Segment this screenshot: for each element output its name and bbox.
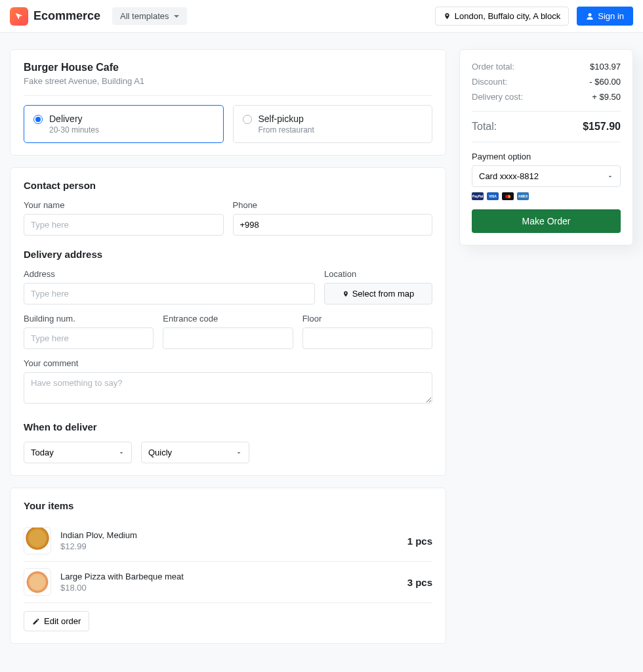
building-label: Building num.	[24, 314, 154, 324]
items-title: Your items	[24, 500, 432, 511]
signin-label: Sign in	[598, 11, 624, 21]
item-row: Large Pizza with Barbeque meat $18.00 3 …	[24, 562, 432, 603]
item-row: Indian Plov, Medium $12.99 1 pcs	[24, 520, 432, 562]
edit-order-button[interactable]: Edit order	[24, 611, 89, 631]
item-thumbnail	[24, 527, 51, 555]
radio-icon	[243, 115, 252, 124]
delivery-sublabel: 20-30 minutes	[49, 125, 99, 135]
floor-input[interactable]	[302, 327, 432, 349]
visa-icon: VISA	[487, 192, 499, 200]
item-thumbnail	[24, 568, 51, 596]
brand-link[interactable]: Ecommerce	[10, 7, 100, 26]
comment-textarea[interactable]	[24, 372, 432, 404]
payment-option-label: Payment option	[472, 152, 621, 161]
order-total-label: Order total:	[472, 62, 514, 72]
entrance-input[interactable]	[163, 327, 293, 349]
make-order-label: Make Order	[522, 216, 571, 226]
total-value: $157.90	[583, 121, 621, 133]
location-label: Location	[324, 269, 432, 279]
summary-card: Order total: $103.97 Discount: - $60.00 …	[459, 49, 633, 245]
pickup-sublabel: From restaurant	[259, 125, 314, 135]
vendor-card: Burger House Cafe Fake street Avenue, Bu…	[10, 49, 446, 156]
item-quantity: 3 pcs	[407, 577, 432, 588]
delivery-cost-label: Delivery cost:	[472, 92, 523, 102]
discount-value: - $60.00	[589, 77, 621, 87]
contact-delivery-card: Contact person Your name Phone Delivery …	[10, 167, 446, 476]
delivery-label: Delivery	[49, 114, 99, 124]
brand-name: Ecommerce	[33, 9, 100, 23]
paypal-icon: PayPal	[472, 192, 484, 200]
location-button[interactable]: London, Buffalo city, A block	[435, 7, 569, 26]
when-title: When to deliver	[24, 421, 432, 432]
name-input[interactable]	[24, 214, 224, 236]
when-time-select[interactable]: Quicly	[141, 442, 249, 463]
payment-select[interactable]: Card xxxx-8812	[472, 165, 621, 187]
phone-label: Phone	[233, 200, 433, 210]
divider	[472, 142, 621, 142]
floor-label: Floor	[302, 314, 432, 324]
building-input[interactable]	[24, 327, 154, 349]
map-pin-icon	[342, 291, 349, 297]
select-from-map-button[interactable]: Select from map	[324, 283, 432, 304]
chevron-down-icon	[174, 15, 179, 18]
item-price: $18.00	[60, 583, 398, 593]
amex-icon: AMEX	[517, 192, 529, 200]
total-label: Total:	[472, 121, 497, 133]
when-day-select[interactable]: Today	[24, 442, 132, 463]
divider	[24, 95, 432, 96]
delivery-option-delivery[interactable]: Delivery 20-30 minutes	[24, 105, 224, 143]
address-input[interactable]	[24, 283, 315, 304]
order-total-value: $103.97	[590, 62, 621, 72]
delivery-address-title: Delivery address	[24, 249, 432, 260]
top-header: Ecommerce All templates London, Buffalo …	[0, 0, 643, 33]
address-label: Address	[24, 269, 315, 279]
item-price: $12.99	[60, 541, 398, 551]
divider	[472, 111, 621, 112]
item-name: Large Pizza with Barbeque meat	[60, 572, 398, 581]
user-icon	[586, 12, 594, 20]
delivery-cost-value: + $9.50	[592, 92, 621, 102]
vendor-name: Burger House Cafe	[24, 62, 432, 74]
all-templates-label: All templates	[120, 11, 169, 21]
pickup-label: Self-pickup	[259, 114, 314, 124]
edit-order-label: Edit order	[44, 616, 81, 626]
payment-icons: PayPal VISA AMEX	[472, 192, 621, 200]
mastercard-icon	[502, 192, 514, 200]
all-templates-button[interactable]: All templates	[112, 7, 187, 25]
select-map-label: Select from map	[352, 289, 415, 299]
location-text: London, Buffalo city, A block	[455, 11, 560, 21]
discount-label: Discount:	[472, 77, 507, 87]
brand-logo-icon	[10, 7, 28, 26]
radio-icon	[33, 115, 43, 124]
pencil-icon	[32, 618, 40, 625]
item-quantity: 1 pcs	[407, 536, 432, 547]
contact-title: Contact person	[24, 180, 432, 191]
name-label: Your name	[24, 200, 224, 210]
signin-button[interactable]: Sign in	[577, 7, 633, 26]
phone-input[interactable]	[233, 214, 433, 236]
delivery-option-pickup[interactable]: Self-pickup From restaurant	[233, 105, 433, 143]
map-pin-icon	[444, 12, 451, 20]
item-name: Indian Plov, Medium	[60, 530, 398, 540]
make-order-button[interactable]: Make Order	[472, 209, 621, 233]
comment-label: Your comment	[24, 358, 432, 368]
items-card: Your items Indian Plov, Medium $12.99 1 …	[10, 488, 446, 644]
vendor-address: Fake street Avenue, Building A1	[24, 76, 432, 86]
entrance-label: Entrance code	[163, 314, 293, 324]
